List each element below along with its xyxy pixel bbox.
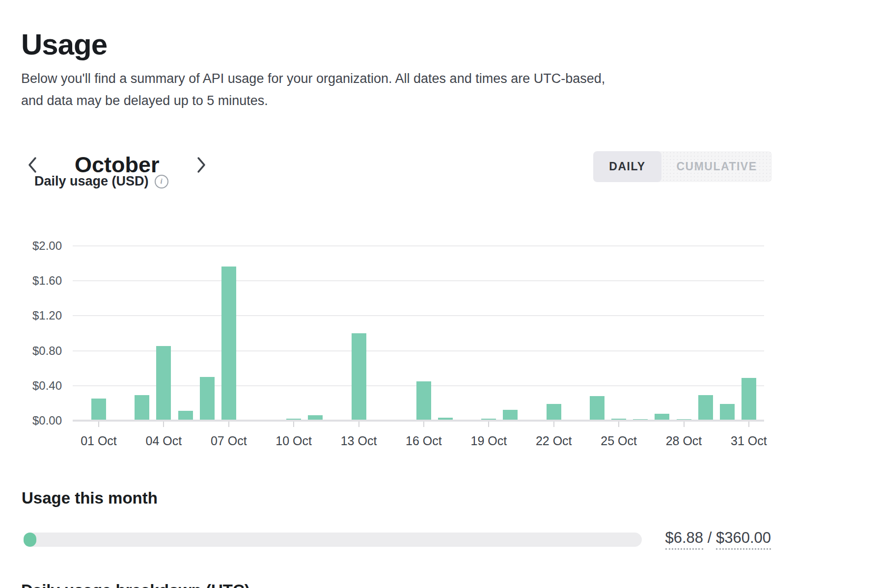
usage-bar-day-5[interactable] <box>178 411 193 420</box>
x-axis-label: 31 Oct <box>731 434 767 448</box>
usage-bar-day-24[interactable] <box>590 396 604 420</box>
usage-bar-day-20[interactable] <box>503 410 518 420</box>
usage-bar-day-19[interactable] <box>481 419 496 420</box>
x-axis-label: 10 Oct <box>275 434 312 448</box>
usage-bar-day-1[interactable] <box>91 399 106 420</box>
usage-used-amount[interactable]: $6.88 <box>665 529 704 550</box>
page-subtitle: Below you'll find a summary of API usage… <box>21 68 605 112</box>
usage-bar-day-4[interactable] <box>156 346 171 420</box>
x-axis-label: 28 Oct <box>666 434 702 448</box>
x-axis-tick <box>98 422 99 427</box>
usage-bar-day-6[interactable] <box>200 377 215 420</box>
chart-title-row: Daily usage (USD) i <box>34 174 168 189</box>
usage-bar-day-17[interactable] <box>438 418 453 420</box>
usage-bar-day-10[interactable] <box>286 419 301 420</box>
x-axis-label: 19 Oct <box>471 434 507 448</box>
info-icon[interactable]: i <box>155 175 168 188</box>
usage-bar-day-28[interactable] <box>677 419 691 420</box>
usage-bar-day-25[interactable] <box>611 419 626 420</box>
subtitle-line: Below you'll find a summary of API usage… <box>21 68 605 90</box>
tab-cumulative[interactable]: CUMULATIVE <box>661 151 772 182</box>
usage-bar-day-3[interactable] <box>135 395 149 420</box>
y-axis-label: $0.40 <box>10 379 62 393</box>
usage-progress-fill <box>24 533 36 547</box>
y-axis-label: $1.60 <box>10 274 62 288</box>
y-axis-label: $1.20 <box>10 309 62 322</box>
x-axis-tick <box>228 422 229 427</box>
gridline <box>73 245 764 246</box>
x-axis-tick <box>748 422 749 427</box>
x-axis-tick <box>618 422 619 427</box>
y-axis-label: $0.00 <box>10 414 62 428</box>
x-axis-label: 01 Oct <box>81 434 117 448</box>
usage-bar-day-13[interactable] <box>352 333 366 420</box>
usage-progress-bar <box>24 533 642 547</box>
usage-bar-day-22[interactable] <box>547 404 561 420</box>
x-axis-label: 16 Oct <box>406 434 442 448</box>
chevron-right-icon <box>196 157 206 173</box>
next-month-button[interactable] <box>191 154 212 176</box>
usage-bar-day-27[interactable] <box>655 414 669 420</box>
x-axis-tick <box>553 422 554 427</box>
usage-bar-day-26[interactable] <box>633 419 648 420</box>
x-axis-label: 07 Oct <box>211 434 247 448</box>
daily-breakdown-heading: Daily usage breakdown (UTC) <box>21 581 250 588</box>
usage-amounts: $6.88 / $360.00 <box>565 529 771 547</box>
x-axis-label: 22 Oct <box>536 434 572 448</box>
tab-daily[interactable]: DAILY <box>593 151 661 182</box>
chart-title: Daily usage (USD) <box>34 174 149 189</box>
usage-bar-day-30[interactable] <box>720 404 735 420</box>
usage-bar-day-31[interactable] <box>742 378 756 420</box>
y-axis-label: $2.00 <box>10 239 62 253</box>
gridline <box>73 280 764 281</box>
gridline <box>73 315 764 316</box>
x-axis-tick <box>293 422 294 427</box>
usage-bar-day-11[interactable] <box>308 415 323 420</box>
x-axis-label: 04 Oct <box>146 434 182 448</box>
usage-bar-day-16[interactable] <box>416 381 431 420</box>
x-axis-label: 13 Oct <box>341 434 377 448</box>
x-axis-tick <box>684 422 685 427</box>
x-axis-tick <box>488 422 489 427</box>
gridline <box>73 350 764 351</box>
subtitle-line: and data may be delayed up to 5 minutes. <box>21 90 605 112</box>
page-title: Usage <box>21 27 107 61</box>
y-axis-label: $0.80 <box>10 344 62 358</box>
x-axis-label: 25 Oct <box>601 434 637 448</box>
usage-bar-day-29[interactable] <box>698 395 713 420</box>
usage-this-month-heading: Usage this month <box>22 489 158 508</box>
previous-month-button[interactable] <box>22 154 43 176</box>
gridline <box>73 420 764 422</box>
chevron-left-icon <box>27 157 37 173</box>
x-axis-tick <box>163 422 164 427</box>
x-axis-tick <box>423 422 424 427</box>
usage-separator: / <box>703 529 716 546</box>
x-axis-tick <box>358 422 359 427</box>
view-toggle: DAILY CUMULATIVE <box>593 151 772 182</box>
usage-bar-day-7[interactable] <box>221 267 236 420</box>
usage-limit-amount[interactable]: $360.00 <box>716 529 771 550</box>
